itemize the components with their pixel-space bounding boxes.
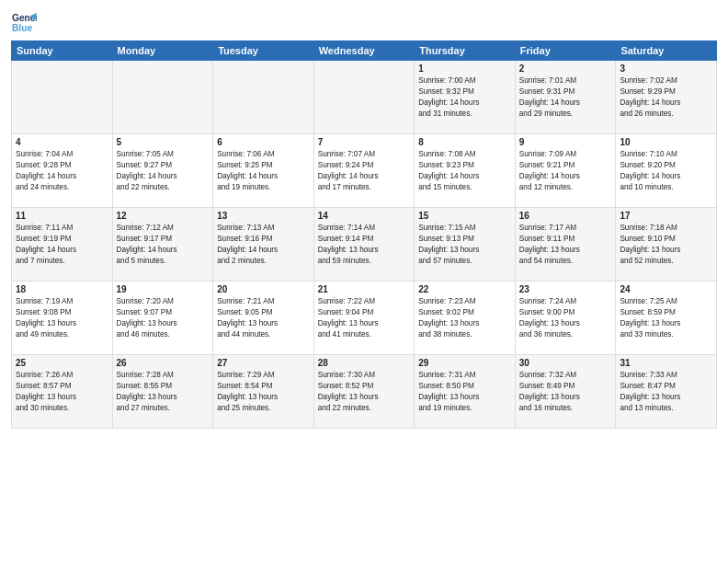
calendar-day-16: 16Sunrise: 7:17 AMSunset: 9:11 PMDayligh… [515,208,616,282]
day-info: Sunrise: 7:09 AMSunset: 9:21 PMDaylight:… [519,149,612,193]
day-number: 3 [620,63,712,74]
day-number: 7 [318,137,411,147]
calendar-day-19: 19Sunrise: 7:20 AMSunset: 9:07 PMDayligh… [112,282,213,355]
day-info: Sunrise: 7:04 AMSunset: 9:28 PMDaylight:… [16,149,108,193]
calendar-day-14: 14Sunrise: 7:14 AMSunset: 9:14 PMDayligh… [313,208,415,282]
day-number: 27 [217,358,310,368]
calendar-day-12: 12Sunrise: 7:12 AMSunset: 9:17 PMDayligh… [112,208,213,282]
day-number: 13 [217,211,310,221]
day-info: Sunrise: 7:18 AMSunset: 9:10 PMDaylight:… [620,223,712,267]
day-info: Sunrise: 7:22 AMSunset: 9:04 PMDaylight:… [318,296,411,340]
day-info: Sunrise: 7:11 AMSunset: 9:19 PMDaylight:… [16,223,108,267]
day-info: Sunrise: 7:13 AMSunset: 9:16 PMDaylight:… [217,223,310,267]
calendar-day-26: 26Sunrise: 7:28 AMSunset: 8:55 PMDayligh… [112,355,213,429]
day-info: Sunrise: 7:32 AMSunset: 8:49 PMDaylight:… [519,370,612,414]
calendar-day-8: 8Sunrise: 7:08 AMSunset: 9:23 PMDaylight… [415,134,516,208]
day-info: Sunrise: 7:19 AMSunset: 9:08 PMDaylight:… [16,296,108,340]
weekday-header-row: SundayMondayTuesdayWednesdayThursdayFrid… [12,41,717,61]
day-info: Sunrise: 7:23 AMSunset: 9:02 PMDaylight:… [418,296,511,340]
calendar-day-15: 15Sunrise: 7:15 AMSunset: 9:13 PMDayligh… [415,208,516,282]
day-number: 31 [620,358,712,368]
day-info: Sunrise: 7:30 AMSunset: 8:52 PMDaylight:… [318,370,411,414]
day-number: 21 [318,284,411,294]
day-number: 28 [318,358,411,368]
calendar-week-row: 18Sunrise: 7:19 AMSunset: 9:08 PMDayligh… [12,282,717,355]
calendar-day-1: 1Sunrise: 7:00 AMSunset: 9:32 PMDaylight… [415,61,516,134]
calendar-day-empty [12,61,113,134]
day-number: 16 [519,211,612,221]
day-info: Sunrise: 7:00 AMSunset: 9:32 PMDaylight:… [418,75,511,120]
day-info: Sunrise: 7:21 AMSunset: 9:05 PMDaylight:… [217,296,310,340]
calendar-day-4: 4Sunrise: 7:04 AMSunset: 9:28 PMDaylight… [12,134,113,208]
day-number: 22 [418,284,511,294]
day-info: Sunrise: 7:06 AMSunset: 9:25 PMDaylight:… [217,149,310,193]
calendar-day-empty [313,61,415,134]
page-container: General Blue SundayMondayTuesdayWednesda… [0,0,728,436]
day-info: Sunrise: 7:31 AMSunset: 8:50 PMDaylight:… [418,370,511,414]
day-number: 25 [16,358,108,368]
svg-text:Blue: Blue [12,23,33,33]
weekday-header-tuesday: Tuesday [213,41,314,61]
day-info: Sunrise: 7:08 AMSunset: 9:23 PMDaylight:… [418,149,511,193]
day-number: 6 [217,137,310,147]
calendar-day-empty [112,61,213,134]
day-info: Sunrise: 7:14 AMSunset: 9:14 PMDaylight:… [318,223,411,267]
day-number: 26 [117,358,210,368]
day-info: Sunrise: 7:33 AMSunset: 8:47 PMDaylight:… [620,370,712,414]
day-info: Sunrise: 7:15 AMSunset: 9:13 PMDaylight:… [418,223,511,267]
calendar-week-row: 1Sunrise: 7:00 AMSunset: 9:32 PMDaylight… [12,61,717,134]
day-number: 24 [620,284,712,294]
day-number: 15 [418,211,511,221]
calendar-day-empty [213,61,314,134]
day-info: Sunrise: 7:29 AMSunset: 8:54 PMDaylight:… [217,370,310,414]
calendar-day-6: 6Sunrise: 7:06 AMSunset: 9:25 PMDaylight… [213,134,314,208]
calendar-day-30: 30Sunrise: 7:32 AMSunset: 8:49 PMDayligh… [515,355,616,429]
weekday-header-wednesday: Wednesday [313,41,415,61]
day-info: Sunrise: 7:12 AMSunset: 9:17 PMDaylight:… [117,223,210,267]
day-info: Sunrise: 7:17 AMSunset: 9:11 PMDaylight:… [519,223,612,267]
day-number: 8 [418,137,511,147]
calendar-day-5: 5Sunrise: 7:05 AMSunset: 9:27 PMDaylight… [112,134,213,208]
day-info: Sunrise: 7:10 AMSunset: 9:20 PMDaylight:… [620,149,712,193]
logo-icon: General Blue [11,9,37,35]
weekday-header-saturday: Saturday [616,41,717,61]
calendar-table: SundayMondayTuesdayWednesdayThursdayFrid… [11,40,717,429]
calendar-day-20: 20Sunrise: 7:21 AMSunset: 9:05 PMDayligh… [213,282,314,355]
calendar-day-28: 28Sunrise: 7:30 AMSunset: 8:52 PMDayligh… [313,355,415,429]
day-number: 17 [620,211,712,221]
weekday-header-monday: Monday [112,41,213,61]
calendar-day-10: 10Sunrise: 7:10 AMSunset: 9:20 PMDayligh… [616,134,717,208]
day-number: 10 [620,137,712,147]
day-info: Sunrise: 7:01 AMSunset: 9:31 PMDaylight:… [519,75,612,120]
calendar-day-22: 22Sunrise: 7:23 AMSunset: 9:02 PMDayligh… [415,282,516,355]
calendar-day-25: 25Sunrise: 7:26 AMSunset: 8:57 PMDayligh… [12,355,113,429]
day-info: Sunrise: 7:07 AMSunset: 9:24 PMDaylight:… [318,149,411,193]
day-number: 9 [519,137,612,147]
calendar-day-7: 7Sunrise: 7:07 AMSunset: 9:24 PMDaylight… [313,134,415,208]
day-number: 30 [519,358,612,368]
weekday-header-sunday: Sunday [12,41,113,61]
day-number: 5 [117,137,210,147]
calendar-week-row: 4Sunrise: 7:04 AMSunset: 9:28 PMDaylight… [12,134,717,208]
day-number: 14 [318,211,411,221]
day-number: 4 [16,137,108,147]
day-number: 20 [217,284,310,294]
day-info: Sunrise: 7:02 AMSunset: 9:29 PMDaylight:… [620,75,712,120]
calendar-day-27: 27Sunrise: 7:29 AMSunset: 8:54 PMDayligh… [213,355,314,429]
day-number: 23 [519,284,612,294]
day-number: 19 [117,284,210,294]
day-number: 18 [16,284,108,294]
day-number: 11 [16,211,108,221]
calendar-day-2: 2Sunrise: 7:01 AMSunset: 9:31 PMDaylight… [515,61,616,134]
calendar-day-24: 24Sunrise: 7:25 AMSunset: 8:59 PMDayligh… [616,282,717,355]
day-number: 2 [519,63,612,74]
calendar-week-row: 11Sunrise: 7:11 AMSunset: 9:19 PMDayligh… [12,208,717,282]
calendar-day-13: 13Sunrise: 7:13 AMSunset: 9:16 PMDayligh… [213,208,314,282]
calendar-day-31: 31Sunrise: 7:33 AMSunset: 8:47 PMDayligh… [616,355,717,429]
calendar-day-18: 18Sunrise: 7:19 AMSunset: 9:08 PMDayligh… [12,282,113,355]
weekday-header-thursday: Thursday [415,41,516,61]
header: General Blue [11,9,717,35]
weekday-header-friday: Friday [515,41,616,61]
calendar-day-11: 11Sunrise: 7:11 AMSunset: 9:19 PMDayligh… [12,208,113,282]
calendar-day-29: 29Sunrise: 7:31 AMSunset: 8:50 PMDayligh… [415,355,516,429]
